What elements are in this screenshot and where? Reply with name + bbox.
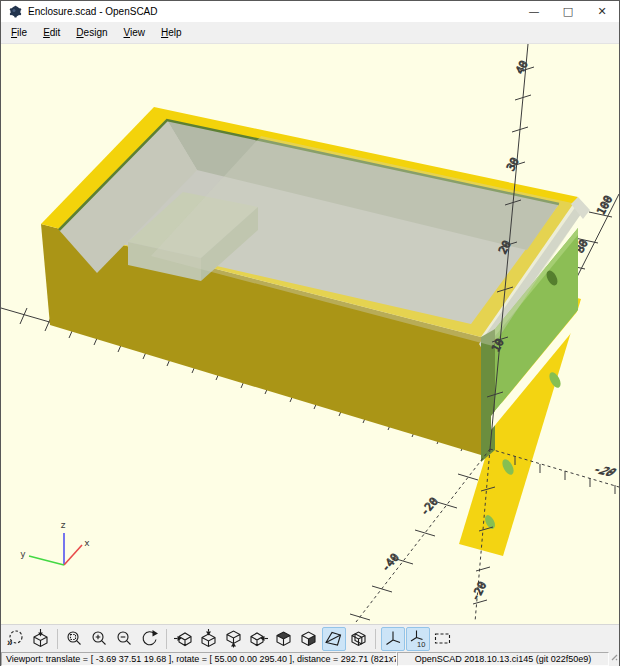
minimize-button[interactable]: — bbox=[517, 1, 551, 22]
toolbar-separator bbox=[166, 629, 167, 649]
y-axis-label: y bbox=[20, 549, 26, 559]
reset-view-button[interactable] bbox=[138, 627, 162, 651]
x-axis-label: x bbox=[84, 538, 90, 548]
animate-glyph: » bbox=[7, 637, 13, 648]
show-axes-button[interactable] bbox=[381, 627, 405, 651]
view-top-button[interactable] bbox=[197, 627, 221, 651]
animate-rotation-button[interactable]: » bbox=[4, 627, 28, 651]
version-status-text: OpenSCAD 2018.10.13.ci145 (git 022f50e9) bbox=[415, 654, 592, 664]
menu-design[interactable]: Design bbox=[68, 24, 115, 41]
window-title: Enclosure.scad - OpenSCAD bbox=[28, 6, 517, 17]
view-area-button[interactable] bbox=[431, 627, 455, 651]
title-bar[interactable]: Enclosure.scad - OpenSCAD — □ ✕ bbox=[1, 1, 619, 22]
zoom-all-button[interactable] bbox=[63, 627, 87, 651]
view-all-button[interactable] bbox=[29, 627, 53, 651]
zoom-out-button[interactable] bbox=[113, 627, 137, 651]
orthogonal-button[interactable] bbox=[347, 627, 371, 651]
viewport-status-text: Viewport: translate = [ -3.69 37.51 19.6… bbox=[6, 654, 397, 664]
view-left-button[interactable] bbox=[247, 627, 271, 651]
close-button[interactable]: ✕ bbox=[585, 1, 619, 22]
version-status: OpenSCAD 2018.10.13.ci145 (git 022f50e9) bbox=[397, 652, 609, 666]
viewport-panel: 60 80 100 bbox=[1, 44, 619, 624]
openscad-logo-icon bbox=[9, 5, 22, 18]
view-bottom-button[interactable] bbox=[222, 627, 246, 651]
menu-view[interactable]: View bbox=[116, 24, 154, 41]
menu-edit[interactable]: Edit bbox=[35, 24, 68, 41]
view-toolbar: » bbox=[1, 624, 619, 652]
menu-file[interactable]: File bbox=[3, 24, 35, 41]
zoom-in-button[interactable] bbox=[88, 627, 112, 651]
view-diagonal-button[interactable] bbox=[272, 627, 296, 651]
openscad-window: Enclosure.scad - OpenSCAD — □ ✕ File Edi… bbox=[0, 0, 620, 666]
show-scale-markers-button[interactable]: 10 bbox=[406, 627, 430, 651]
toolbar-separator bbox=[57, 629, 58, 649]
perspective-button[interactable] bbox=[322, 627, 346, 651]
view-center-button[interactable] bbox=[297, 627, 321, 651]
resize-grip[interactable] bbox=[609, 652, 619, 666]
3d-viewport[interactable]: 60 80 100 bbox=[1, 44, 619, 624]
maximize-button[interactable]: □ bbox=[551, 1, 585, 22]
menu-bar: File Edit Design View Help bbox=[1, 22, 619, 44]
scale-marker-glyph: 10 bbox=[417, 640, 425, 649]
status-bar: Viewport: translate = [ -3.69 37.51 19.6… bbox=[1, 652, 619, 666]
toolbar-separator bbox=[375, 629, 376, 649]
z-axis-label: z bbox=[61, 520, 66, 530]
view-right-button[interactable] bbox=[172, 627, 196, 651]
menu-help[interactable]: Help bbox=[153, 24, 190, 41]
viewport-status: Viewport: translate = [ -3.69 37.51 19.6… bbox=[1, 652, 397, 666]
